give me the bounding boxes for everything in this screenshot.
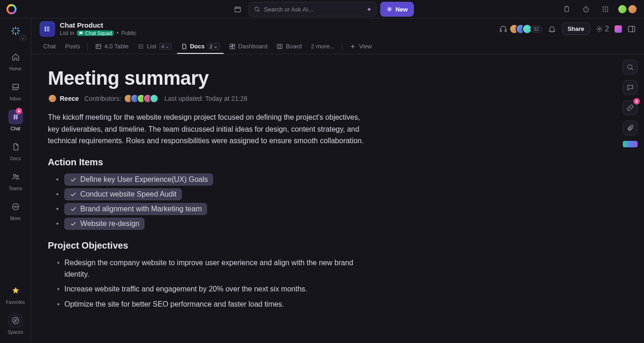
table-icon: [95, 43, 102, 50]
svg-point-22: [45, 29, 46, 29]
bell-icon[interactable]: [548, 25, 556, 33]
headphones-icon[interactable]: [499, 25, 507, 33]
plus-circle-icon: [386, 6, 393, 12]
tab-label: 2 more...: [311, 43, 334, 50]
divider: [342, 43, 342, 51]
compass-icon: [12, 316, 20, 325]
contributor-avatars[interactable]: [126, 94, 159, 103]
tab-dashboard[interactable]: Dashboard: [225, 40, 271, 54]
doc-title[interactable]: Meeting summary: [48, 67, 602, 89]
sidebar-item-chat[interactable]: 4 Chat: [0, 106, 31, 135]
task-chip[interactable]: Website re-design: [64, 218, 145, 230]
sidebar-item-label: More: [10, 216, 21, 221]
svg-point-5: [603, 6, 604, 8]
sidebar-item-teams[interactable]: Teams: [0, 166, 31, 195]
svg-point-12: [605, 11, 606, 12]
tab-posts[interactable]: Posts: [61, 40, 84, 54]
search-input[interactable]: Search or Ask AI... ✦: [249, 2, 377, 17]
svg-rect-25: [505, 29, 506, 32]
chevron-down-icon: ⌄: [213, 43, 218, 49]
sidebar-item-more[interactable]: More: [0, 196, 31, 225]
app-logo-icon[interactable]: [6, 4, 17, 14]
list-item[interactable]: Redesign the company website to improve …: [48, 256, 370, 282]
svg-rect-35: [230, 47, 232, 49]
ai-icon[interactable]: [615, 25, 622, 33]
sidebar-item-favorites[interactable]: Favorites: [0, 279, 31, 308]
search-doc-button[interactable]: [623, 60, 638, 75]
viewer-avatars[interactable]: 32: [513, 24, 542, 34]
svg-rect-36: [277, 44, 282, 48]
topbar-center: Search or Ask AI... ✦ New: [230, 2, 414, 17]
comments-button[interactable]: [623, 80, 638, 95]
action-items-heading[interactable]: Action Items: [48, 157, 602, 168]
breadcrumb-sep: •: [116, 30, 118, 36]
apps-grid-button[interactable]: [598, 2, 613, 17]
tab-list[interactable]: List 4⌄: [134, 40, 175, 54]
tab-label: Docs: [190, 43, 205, 50]
tab-table[interactable]: 4.0 Table: [92, 40, 132, 54]
chevron-down-icon: ⌄: [20, 35, 26, 41]
list-item[interactable]: Increase website traffic and engagement …: [48, 282, 370, 297]
calendar-button[interactable]: [230, 2, 245, 17]
tab-add-view[interactable]: View: [346, 40, 375, 54]
doc-author-name: Reece: [60, 95, 79, 102]
topbar-avatar-2[interactable]: [627, 4, 638, 14]
svg-rect-24: [500, 29, 501, 32]
workspace-icon: [10, 25, 21, 36]
svg-point-11: [603, 11, 604, 12]
svg-rect-32: [230, 44, 232, 46]
chevron-down-icon: ⌄: [165, 43, 169, 49]
sidebar-item-inbox[interactable]: Inbox: [0, 76, 31, 105]
docs-icon: [12, 143, 20, 151]
paperclip-icon: [627, 124, 634, 132]
dashboard-icon: [229, 43, 236, 50]
doc-icon: [181, 43, 187, 50]
viewer-count: 32: [530, 25, 542, 33]
clipboard-button[interactable]: [559, 2, 574, 17]
relationships-button[interactable]: 2: [623, 100, 638, 115]
svg-point-29: [138, 44, 139, 45]
share-button[interactable]: Share: [562, 23, 590, 35]
divider: [87, 43, 88, 51]
task-chip[interactable]: Define key User Experience(UX) Goals: [64, 174, 213, 186]
tab-docs[interactable]: Docs 2⌄: [177, 40, 224, 54]
right-rail: 2: [623, 60, 638, 147]
topbar-avatar-1[interactable]: [617, 4, 627, 14]
doc-author[interactable]: Reece: [48, 94, 79, 103]
workspace-switcher[interactable]: ⌄: [8, 23, 23, 39]
svg-point-1: [255, 7, 259, 11]
calendar-icon: [234, 6, 242, 13]
panel-icon[interactable]: [627, 25, 636, 33]
doc-summary[interactable]: The kickoff meeting for the website rede…: [48, 111, 370, 147]
tab-more[interactable]: 2 more...: [307, 40, 338, 54]
svg-point-13: [607, 11, 608, 12]
objectives-heading[interactable]: Project Objectives: [48, 240, 602, 251]
automation-button[interactable]: 2: [596, 25, 609, 33]
page-title-block: Chat Product List in Chat Squad • Public: [60, 21, 136, 36]
sidebar-item-docs[interactable]: Docs: [0, 136, 31, 165]
new-button[interactable]: New: [380, 2, 414, 17]
task-chip[interactable]: Conduct website Speed Audit: [64, 188, 182, 200]
star-icon: [12, 286, 20, 295]
tab-chat[interactable]: Chat: [40, 40, 59, 54]
relationships-badge: 2: [633, 98, 640, 105]
list-item[interactable]: Optimize the site for better SEO perform…: [48, 297, 370, 312]
plus-icon: [350, 43, 356, 50]
avatar: [48, 94, 57, 103]
attachments-button[interactable]: [623, 121, 638, 135]
task-chip[interactable]: Brand alignment with Marketing team: [64, 203, 207, 215]
sidebar-item-spaces[interactable]: Spaces: [0, 309, 31, 338]
svg-point-18: [15, 206, 16, 207]
comment-icon: [627, 84, 634, 91]
inbox-icon: [12, 83, 20, 91]
sidebar-item-home[interactable]: Home: [0, 46, 31, 75]
color-legend[interactable]: [623, 141, 638, 147]
timer-button[interactable]: [579, 2, 593, 17]
document-body: Meeting summary Reece Contributors: Last…: [31, 54, 618, 343]
check-icon: [69, 191, 77, 198]
list-icon: [138, 43, 144, 50]
tab-board[interactable]: Board: [273, 40, 305, 54]
page-header: Chat Product List in Chat Squad • Public…: [31, 18, 644, 40]
breadcrumb-squad-chip[interactable]: Chat Squad: [77, 30, 114, 36]
list-item: Website re-design: [48, 216, 370, 231]
